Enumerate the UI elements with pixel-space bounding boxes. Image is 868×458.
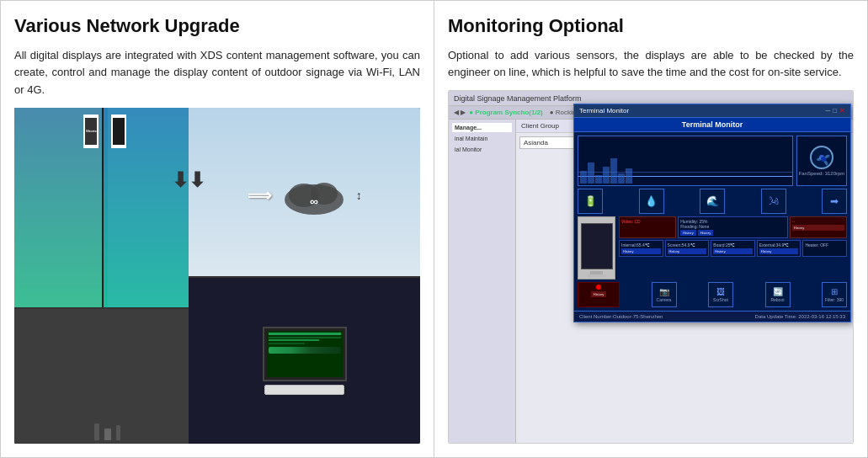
tm-history-humidity[interactable]: History bbox=[680, 230, 695, 236]
cloud-section: ⟹ ∞ ↕ bbox=[189, 108, 420, 282]
tm-history-external[interactable]: History bbox=[759, 248, 799, 254]
tm-top-row: FanSpeed: 3120rpm bbox=[578, 136, 847, 186]
sidebar-item-maintain[interactable]: inal Maintain bbox=[452, 134, 512, 143]
tm-icon-water: 💧 bbox=[639, 189, 664, 214]
left-body: All digital displays are integrated with… bbox=[14, 47, 420, 99]
display-screen-left: Shorts bbox=[83, 114, 99, 148]
store-bay-left: Shorts bbox=[14, 108, 104, 307]
tm-reboot-label: Reboot bbox=[770, 297, 784, 302]
sw-nav-status: ● Program Syncho(1/2) bbox=[469, 109, 543, 116]
tm-bottom-icons: History 📷 Camera 🖼 ScrShot 🔄 Reboot bbox=[578, 282, 847, 307]
tm-status-grid: Video: CD Humidity: 25% Flooding: None H… bbox=[619, 216, 847, 280]
tm-icon-fan2: 🌊 bbox=[700, 189, 725, 214]
terminal-monitor-window: Terminal Monitor ─ □ ✕ Terminal Monitor bbox=[573, 104, 851, 322]
tm-red-status: History bbox=[578, 282, 620, 307]
tm-header: Terminal Monitor bbox=[574, 118, 850, 132]
tm-footer-time: Data Update Time: 2022-03-16 12:15:33 bbox=[755, 314, 845, 319]
street-area bbox=[14, 309, 201, 444]
tm-display-body bbox=[578, 216, 615, 280]
left-image: Shorts bbox=[14, 108, 420, 444]
tm-minimize[interactable]: ─ bbox=[825, 107, 830, 114]
tm-fan: FanSpeed: 3120rpm bbox=[796, 136, 847, 186]
tm-status-row2: Internal:65.4℃ History Screen:54.9℃ Hist… bbox=[619, 240, 847, 257]
svg-text:∞: ∞ bbox=[310, 194, 318, 208]
tm-close[interactable]: ✕ bbox=[839, 107, 845, 114]
sidebar-item-manage[interactable]: Manage... bbox=[452, 123, 512, 132]
tm-filter-label: Filter: 390 bbox=[825, 297, 844, 302]
tm-icon-wind: 🌬 bbox=[761, 189, 786, 214]
tm-maximize[interactable]: □ bbox=[833, 107, 837, 114]
tm-camera-label: Camera bbox=[657, 297, 672, 302]
sidebar-item-monitor[interactable]: ial Monitor bbox=[452, 145, 512, 154]
store-window: Shorts bbox=[14, 108, 201, 309]
tm-graph-bars bbox=[578, 136, 792, 185]
tm-history-board[interactable]: History bbox=[713, 248, 753, 254]
street-items bbox=[94, 423, 120, 440]
tm-history-internal[interactable]: History bbox=[621, 248, 661, 254]
wifi-arrows: ⟹ bbox=[248, 185, 272, 205]
tm-footer: Client Number:Outdoor-75-Shenzhen Data U… bbox=[574, 311, 850, 322]
tm-reboot-box: 🔄 Reboot bbox=[765, 282, 791, 307]
store-bay-right bbox=[108, 108, 201, 307]
tm-monitor-display: Video: CD Humidity: 25% Flooding: None H… bbox=[578, 216, 847, 280]
display-screen-right bbox=[111, 114, 126, 148]
svg-point-4 bbox=[821, 157, 826, 162]
right-panel: Monitoring Optional Optional to add vari… bbox=[434, 1, 867, 457]
tm-screenshot-box: 🖼 ScrShot bbox=[708, 282, 733, 307]
sw-title: Digital Signage Management Platform bbox=[454, 94, 582, 103]
tm-fan-speed: FanSpeed: 3120rpm bbox=[799, 171, 845, 176]
tm-status-row1: Video: CD Humidity: 25% Flooding: None H… bbox=[619, 216, 847, 238]
tm-titlebar: Terminal Monitor ─ □ ✕ bbox=[574, 104, 850, 117]
monitor-section bbox=[189, 276, 420, 445]
cloud-icon: ∞ bbox=[280, 170, 348, 220]
tm-board-temp: Board:25℃ History bbox=[711, 240, 755, 257]
tm-fan-circle bbox=[810, 146, 833, 169]
tm-icon-battery: 🔋 bbox=[578, 189, 603, 214]
tm-title: Terminal Monitor bbox=[579, 107, 629, 114]
tm-filter-box: ⊞ Filter: 390 bbox=[822, 282, 847, 307]
left-panel: Various Network Upgrade All digital disp… bbox=[1, 1, 434, 457]
down-arrows: ↕ bbox=[356, 189, 362, 202]
right-body: Optional to add various sensors, the dis… bbox=[448, 47, 854, 83]
tm-body: FanSpeed: 3120rpm 🔋 💧 🌊 🌬 ➡ bbox=[574, 132, 850, 311]
tm-video-cell: Video: CD bbox=[619, 216, 676, 238]
monitor-display bbox=[267, 331, 343, 377]
tm-camera-box: 📷 Camera bbox=[652, 282, 677, 307]
left-title: Various Network Upgrade bbox=[14, 14, 420, 39]
tm-heater: Heater: OFF bbox=[802, 240, 847, 257]
tm-icon-arrow: ➡ bbox=[822, 189, 847, 214]
tm-humidity-btns: History History bbox=[680, 230, 785, 236]
tm-icons-row1: 🔋 💧 🌊 🌬 ➡ bbox=[578, 189, 847, 214]
monitor-setup bbox=[263, 327, 347, 395]
tm-unknown-cell: -- History bbox=[790, 216, 847, 238]
keyboard bbox=[264, 385, 344, 395]
tm-history-unknown[interactable]: History bbox=[792, 225, 844, 231]
right-image: Digital Signage Management Platform ◀ ▶ … bbox=[448, 90, 854, 444]
tm-humidity-cell: Humidity: 25% Flooding: None History His… bbox=[678, 216, 788, 238]
sw-sidebar: Manage... inal Maintain ial Monitor bbox=[449, 120, 516, 443]
tm-footer-clients: Client Number:Outdoor-75-Shenzhen bbox=[579, 314, 663, 319]
tm-external-temp: External:34.9℃ History bbox=[757, 240, 801, 257]
tm-screenshot-label: ScrShot bbox=[713, 297, 728, 302]
tm-window-controls: ─ □ ✕ bbox=[825, 107, 845, 114]
store-section: Shorts bbox=[14, 108, 201, 444]
tm-history-screen[interactable]: History bbox=[668, 248, 707, 254]
tm-graph bbox=[578, 136, 793, 186]
tm-screen-temp: Screen:54.9℃ History bbox=[665, 240, 710, 257]
monitor-screen bbox=[263, 327, 347, 381]
right-title: Monitoring Optional bbox=[448, 14, 854, 39]
tm-internal-temp: Internal:65.4℃ History bbox=[619, 240, 663, 257]
tm-history-flooding[interactable]: History bbox=[698, 230, 713, 236]
tm-history-red[interactable]: History bbox=[591, 291, 606, 297]
wifi-icon: ⬇⬇ bbox=[172, 168, 205, 192]
tm-3d-display bbox=[578, 216, 615, 280]
